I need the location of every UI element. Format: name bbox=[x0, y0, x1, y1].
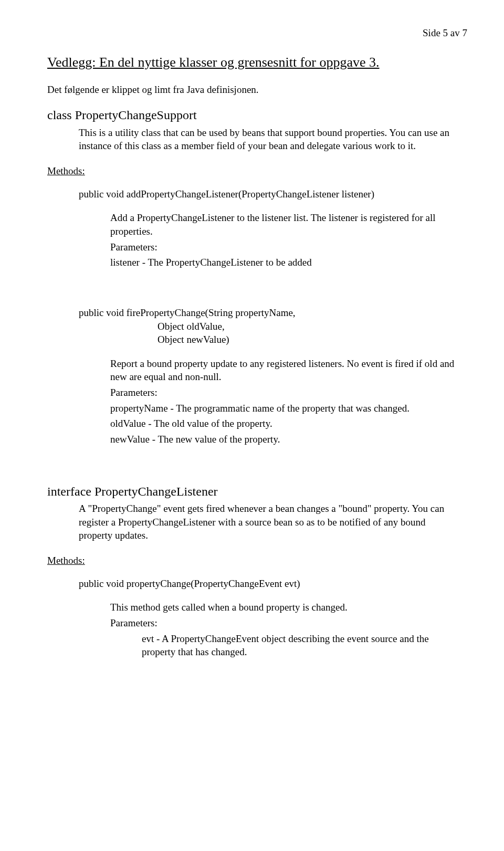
methods-label: Methods: bbox=[47, 164, 467, 178]
method-signature: public void propertyChange(PropertyChang… bbox=[79, 577, 467, 591]
parameters-label: Parameters: bbox=[110, 616, 457, 630]
method-propertychange: public void propertyChange(PropertyChang… bbox=[79, 577, 467, 659]
class-heading: class PropertyChangeSupport bbox=[47, 108, 197, 122]
class-propertychangesupport: class PropertyChangeSupport This is a ut… bbox=[47, 107, 467, 153]
intro-text: Det følgende er klippet og limt fra Java… bbox=[47, 83, 467, 97]
method-firepropertychange: public void firePropertyChange(String pr… bbox=[79, 306, 467, 446]
parameter-item: oldValue - The old value of the property… bbox=[110, 417, 457, 430]
parameter-item: propertyName - The programmatic name of … bbox=[110, 402, 457, 415]
sig-line: public void firePropertyChange(String pr… bbox=[79, 306, 467, 320]
parameter-item: newValue - The new value of the property… bbox=[110, 433, 457, 446]
methods-label: Methods: bbox=[47, 554, 467, 568]
interface-heading: interface PropertyChangeListener bbox=[47, 485, 218, 498]
parameter-item: listener - The PropertyChangeListener to… bbox=[110, 256, 457, 269]
method-signature: public void firePropertyChange(String pr… bbox=[79, 306, 467, 346]
parameters-label: Parameters: bbox=[110, 240, 457, 254]
method-description: Report a bound property update to any re… bbox=[110, 357, 457, 384]
method-signature: public void addPropertyChangeListener(Pr… bbox=[79, 187, 467, 201]
interface-propertychangelistener: interface PropertyChangeListener A "Prop… bbox=[47, 483, 467, 542]
parameter-item: evt - A PropertyChangeEvent object descr… bbox=[142, 632, 457, 659]
sig-line: Object newValue) bbox=[158, 333, 467, 346]
method-addpropertychangelistener: public void addPropertyChangeListener(Pr… bbox=[79, 187, 467, 269]
method-description: This method gets called when a bound pro… bbox=[110, 601, 457, 614]
document-title: Vedlegg: En del nyttige klasser og grens… bbox=[47, 53, 467, 71]
parameters-label: Parameters: bbox=[110, 386, 457, 400]
sig-line: Object oldValue, bbox=[158, 320, 467, 333]
class-description: This is a utility class that can be used… bbox=[79, 126, 457, 153]
interface-description: A "PropertyChange" event gets fired when… bbox=[79, 502, 457, 542]
page-number: Side 5 av 7 bbox=[47, 26, 467, 40]
method-description: Add a PropertyChangeListener to the list… bbox=[110, 211, 457, 238]
